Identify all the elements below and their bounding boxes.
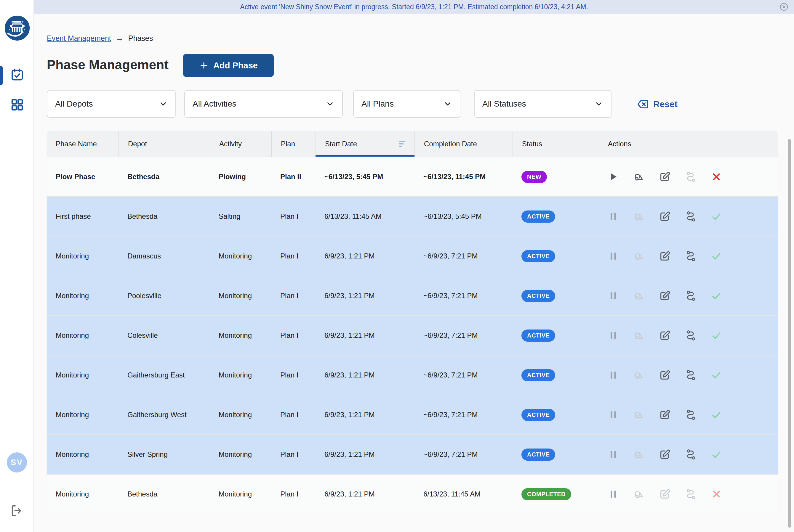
column-header-phase-name[interactable]: Phase Name — [47, 131, 118, 157]
depots-filter-dropdown[interactable]: All Depots — [47, 90, 176, 118]
plus-icon — [199, 61, 208, 70]
edit-action-icon[interactable] — [659, 171, 671, 183]
column-header-label: Completion Date — [424, 140, 477, 148]
edit-action-icon[interactable] — [659, 369, 671, 381]
column-header-start-date[interactable]: Start Date — [315, 131, 414, 157]
pause-action-icon[interactable] — [607, 409, 619, 421]
actions-cell — [597, 157, 778, 196]
pause-action-icon[interactable] — [607, 488, 619, 500]
check-action-icon[interactable] — [710, 369, 722, 381]
plow-truck-action-icon — [633, 449, 645, 460]
column-header-status[interactable]: Status — [513, 131, 597, 157]
banner-close-icon[interactable] — [779, 2, 789, 12]
column-header-activity[interactable]: Activity — [210, 131, 271, 157]
check-action-icon[interactable] — [710, 329, 722, 341]
edit-action-icon[interactable] — [659, 210, 671, 222]
add-phase-button[interactable]: Add Phase — [183, 54, 274, 77]
start-date-cell: 6/9/23, 1:21 PM — [315, 395, 414, 434]
plan-cell: Plan I — [271, 356, 315, 395]
edit-action-icon[interactable] — [659, 449, 671, 460]
plans-filter-value: All Plans — [362, 99, 394, 109]
pause-action-icon[interactable] — [607, 329, 619, 341]
status-cell: ACTIVE — [513, 435, 597, 474]
breadcrumb-event-management-link[interactable]: Event Management — [47, 34, 111, 43]
play-action-icon[interactable] — [607, 171, 619, 183]
actions-cell — [597, 395, 778, 434]
actions-cell — [597, 435, 778, 474]
statuses-filter-dropdown[interactable]: All Statuses — [474, 90, 611, 118]
column-header-label: Actions — [608, 140, 631, 148]
table-row: MonitoringPoolesvilleMonitoringPlan I6/9… — [47, 276, 778, 315]
check-action-icon[interactable] — [710, 290, 722, 302]
plow-truck-action-icon[interactable] — [633, 171, 645, 183]
activities-filter-dropdown[interactable]: All Activities — [184, 90, 343, 118]
avatar[interactable]: SV — [7, 452, 27, 473]
check-action-icon[interactable] — [710, 449, 722, 460]
page-title: Phase Management — [47, 57, 169, 72]
start-date-cell: ~6/13/23, 5:45 PM — [315, 157, 414, 196]
actions-cell — [597, 316, 778, 355]
status-badge: ACTIVE — [521, 409, 555, 421]
sidebar: SV — [0, 0, 34, 532]
edit-action-icon[interactable] — [659, 409, 671, 421]
route-action-icon[interactable] — [685, 250, 697, 262]
column-header-actions[interactable]: Actions — [597, 131, 778, 157]
plans-filter-dropdown[interactable]: All Plans — [353, 90, 460, 118]
plan-cell: Plan I — [271, 316, 315, 355]
route-action-icon[interactable] — [685, 210, 697, 222]
table-row: MonitoringBethesdaMonitoringPlan I6/9/23… — [47, 474, 778, 514]
edit-action-icon[interactable] — [659, 250, 671, 262]
edit-action-icon[interactable] — [659, 290, 671, 302]
pause-action-icon[interactable] — [607, 250, 619, 262]
plan-cell: Plan I — [271, 435, 315, 474]
route-action-icon[interactable] — [685, 290, 697, 302]
pause-action-icon[interactable] — [607, 290, 619, 302]
depot-cell: Bethesda — [118, 475, 210, 514]
check-action-icon[interactable] — [710, 250, 722, 262]
completion-date-cell: ~6/13/23, 5:45 PM — [414, 197, 513, 236]
activity-cell: Monitoring — [210, 395, 271, 434]
depot-cell: Poolesville — [118, 276, 210, 315]
logout-button[interactable] — [10, 504, 23, 517]
actions-cell — [597, 276, 778, 315]
reset-filters-button[interactable]: Reset — [636, 98, 678, 111]
status-cell: ACTIVE — [513, 276, 597, 315]
plow-truck-action-icon — [633, 290, 645, 302]
breadcrumb-arrow-icon: → — [116, 34, 124, 43]
status-badge: ACTIVE — [521, 369, 555, 381]
column-header-plan[interactable]: Plan — [271, 131, 315, 157]
phases-table: Phase NameDepotActivityPlanStart DateCom… — [47, 131, 778, 514]
pause-action-icon[interactable] — [607, 369, 619, 381]
x-action-icon[interactable] — [710, 171, 722, 183]
vertical-scrollbar[interactable] — [788, 139, 791, 528]
activities-filter-value: All Activities — [192, 99, 236, 109]
route-action-icon[interactable] — [685, 409, 697, 421]
pause-action-icon[interactable] — [607, 210, 619, 222]
phase-name-cell: Monitoring — [47, 276, 118, 315]
check-action-icon[interactable] — [710, 210, 722, 222]
column-header-completion-date[interactable]: Completion Date — [414, 131, 513, 157]
route-action-icon[interactable] — [685, 449, 697, 460]
table-row: MonitoringGaithersburg WestMonitoringPla… — [47, 395, 778, 434]
table-body: Plow PhaseBethesdaPlowingPlan II~6/13/23… — [47, 157, 778, 514]
edit-action-icon[interactable] — [659, 329, 671, 341]
plan-cell: Plan I — [271, 236, 315, 276]
pause-action-icon[interactable] — [607, 449, 619, 460]
route-action-icon[interactable] — [685, 369, 697, 381]
table-header-row: Phase NameDepotActivityPlanStart DateCom… — [47, 131, 778, 157]
grid-icon — [10, 98, 24, 112]
start-date-cell: 6/9/23, 1:21 PM — [315, 356, 414, 395]
depot-cell: Bethesda — [118, 197, 210, 236]
column-header-depot[interactable]: Depot — [118, 131, 210, 157]
route-action-icon[interactable] — [685, 329, 697, 341]
check-action-icon[interactable] — [710, 409, 722, 421]
status-cell: COMPLETED — [513, 475, 597, 514]
logout-icon — [10, 504, 23, 517]
sort-icon[interactable] — [398, 139, 408, 149]
plow-truck-action-icon — [633, 409, 645, 421]
status-badge: NEW — [521, 171, 547, 183]
actions-cell — [597, 197, 778, 236]
sidebar-item-dashboard[interactable] — [10, 98, 24, 112]
sidebar-item-events-calendar[interactable] — [10, 68, 24, 82]
column-header-label: Start Date — [325, 140, 357, 148]
